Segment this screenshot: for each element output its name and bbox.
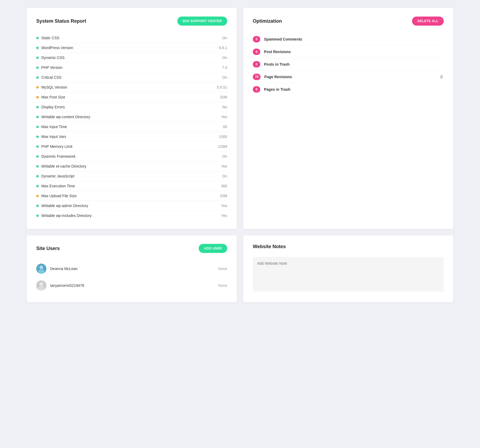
status-label: MySQL Version xyxy=(36,85,67,89)
status-value: On xyxy=(222,174,227,178)
status-label: Display Errors xyxy=(36,105,65,109)
divi-support-center-button[interactable]: DIVI SUPPORT CENTER xyxy=(177,17,227,26)
status-value: Yes xyxy=(221,164,227,168)
opt-badge: 0 xyxy=(253,49,260,55)
user-name: Deanna McLean xyxy=(50,267,215,271)
status-dot xyxy=(36,106,39,108)
status-row: Static CSS On xyxy=(36,33,227,43)
status-dot xyxy=(36,215,39,217)
status-value: 20M xyxy=(220,194,227,198)
system-status-header: System Status Report DIVI SUPPORT CENTER xyxy=(36,17,227,26)
opt-badge: 0 xyxy=(253,36,260,42)
status-dot xyxy=(36,175,39,177)
website-notes-textarea[interactable] xyxy=(253,257,444,292)
system-status-title: System Status Report xyxy=(36,18,86,24)
status-label: Dynamic JavaScript xyxy=(36,174,74,178)
status-label: Max Input Vars xyxy=(36,134,66,139)
site-users-header: Site Users ADD USER xyxy=(36,244,227,253)
status-row: Max Upload File Size 20M xyxy=(36,191,227,201)
opt-badge: 0 xyxy=(253,61,260,68)
optimization-card: Optimization DELETE ALL 0 Spammed Commen… xyxy=(243,8,453,229)
status-row: Writable wp-includes Directory Yes xyxy=(36,211,227,220)
status-value: 60 xyxy=(223,125,227,129)
user-row: tanyamorris5219478 None xyxy=(36,277,227,294)
opt-label: Post Revisions xyxy=(264,50,444,54)
status-dot xyxy=(36,126,39,128)
svg-point-5 xyxy=(38,286,45,291)
status-row: Max Input Time 60 xyxy=(36,122,227,132)
optimization-rows: 0 Spammed Comments 0 Post Revisions 0 Po… xyxy=(253,33,444,96)
website-notes-title: Website Notes xyxy=(253,244,286,249)
status-dot xyxy=(36,66,39,69)
status-label: Max Execution Time xyxy=(36,184,75,188)
status-dot xyxy=(36,136,39,138)
opt-label: Spammed Comments xyxy=(264,37,444,41)
add-user-button[interactable]: ADD USER xyxy=(199,244,227,253)
user-role: None xyxy=(218,267,227,271)
status-label: Static CSS xyxy=(36,36,59,40)
status-value: 20M xyxy=(220,95,227,99)
status-label: Critical CSS xyxy=(36,75,61,80)
status-row: Writable wp-admin Directory Yes xyxy=(36,201,227,211)
status-value: On xyxy=(222,154,227,158)
status-row: WordPress Version 6.6.1 xyxy=(36,43,227,53)
svg-point-2 xyxy=(38,269,45,274)
site-users-card: Site Users ADD USER Deanna McLean None t… xyxy=(27,235,237,302)
status-row: Max Execution Time 300 xyxy=(36,181,227,191)
site-users-title: Site Users xyxy=(36,246,60,251)
user-row: Deanna McLean None xyxy=(36,260,227,277)
status-dot xyxy=(36,96,39,98)
website-notes-header: Website Notes xyxy=(253,244,444,249)
status-dot xyxy=(36,155,39,158)
optimization-row: 0 Post Revisions xyxy=(253,46,444,58)
website-notes-card: Website Notes xyxy=(243,235,453,302)
status-value: On xyxy=(222,55,227,60)
status-label: PHP Memory Limit xyxy=(36,144,72,149)
status-label: Writable wp-content Directory xyxy=(36,115,90,119)
opt-label: Page Revisions xyxy=(264,75,436,79)
opt-label: Pages in Trash xyxy=(264,87,444,92)
status-label: Dyanmic Framework xyxy=(36,154,75,158)
status-label: Max Input Time xyxy=(36,125,67,129)
optimization-header: Optimization DELETE ALL xyxy=(253,17,444,26)
opt-badge: 0 xyxy=(253,86,260,93)
status-row: Critical CSS On xyxy=(36,73,227,82)
user-role: None xyxy=(218,283,227,288)
system-status-rows: Static CSS On WordPress Version 6.6.1 Dy… xyxy=(36,33,227,220)
status-value: Yes xyxy=(221,204,227,208)
trash-icon[interactable]: 🗑 xyxy=(439,74,444,79)
status-label: Max Post Size xyxy=(36,95,65,99)
status-value: Yes xyxy=(221,213,227,218)
opt-label: Posts in Trash xyxy=(264,62,444,66)
user-name: tanyamorris5219478 xyxy=(50,283,215,288)
status-row: Writable et-cache Directory Yes xyxy=(36,161,227,171)
status-dot xyxy=(36,37,39,39)
status-dot xyxy=(36,47,39,49)
status-value: 6.6.1 xyxy=(219,46,227,50)
status-value: 7.4 xyxy=(222,65,227,70)
svg-point-1 xyxy=(39,265,43,269)
status-row: PHP Memory Limit 128M xyxy=(36,142,227,152)
status-row: Dynamic JavaScript On xyxy=(36,171,227,181)
status-row: Dynamic CSS On xyxy=(36,53,227,63)
avatar xyxy=(36,280,46,291)
delete-all-button[interactable]: DELETE ALL xyxy=(412,17,444,26)
user-rows: Deanna McLean None tanyamorris5219478 No… xyxy=(36,260,227,294)
status-row: MySQL Version 5.6.51 xyxy=(36,82,227,92)
status-row: Display Errors No xyxy=(36,102,227,112)
status-dot xyxy=(36,205,39,207)
optimization-row: 0 Spammed Comments xyxy=(253,33,444,46)
status-label: Writable et-cache Directory xyxy=(36,164,86,168)
status-value: 128M xyxy=(218,144,227,149)
opt-badge: 70 xyxy=(253,74,261,80)
status-row: Max Input Vars 1000 xyxy=(36,132,227,142)
status-dot xyxy=(36,76,39,79)
status-label: Writable wp-includes Directory xyxy=(36,213,92,218)
status-dot xyxy=(36,86,39,89)
status-value: 300 xyxy=(221,184,227,188)
status-value: Yes xyxy=(221,115,227,119)
status-dot xyxy=(36,195,39,197)
status-dot xyxy=(36,185,39,187)
optimization-title: Optimization xyxy=(253,18,282,24)
status-row: Dyanmic Framework On xyxy=(36,152,227,161)
